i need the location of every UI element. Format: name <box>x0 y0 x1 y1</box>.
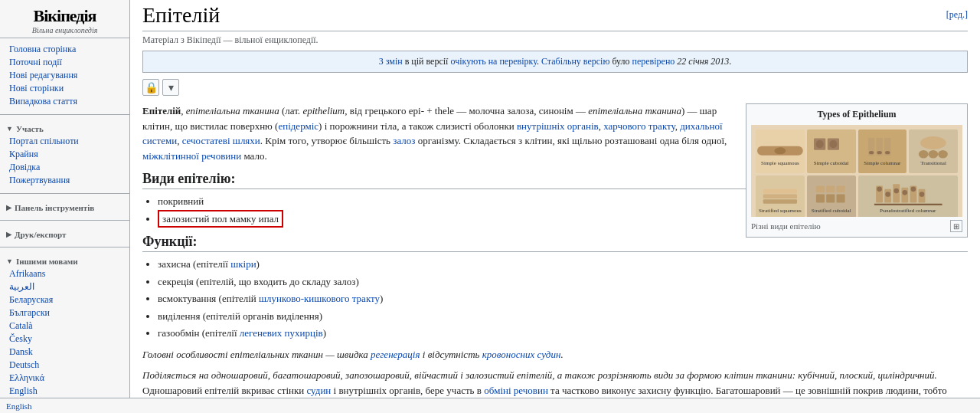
link-mizhklitynnoyi[interactable]: міжклітинної речовини <box>142 150 241 162</box>
infobox: Types of Epithelium Simple squamous <box>746 103 968 238</box>
svg-point-31 <box>877 186 882 192</box>
panel-header[interactable]: ▶ Панель інструментів <box>6 202 123 214</box>
uchast-arrow: ▼ <box>6 125 13 133</box>
uchast-section: ▼ Участь Портал спільноти Крайня Довідка… <box>0 118 129 190</box>
page-title: Епітелій <box>142 3 220 28</box>
svg-rect-19 <box>816 194 825 202</box>
infobox-title: Types of Epithelium <box>751 109 962 120</box>
infobox-expand-btn[interactable]: ⊞ <box>950 220 962 232</box>
svg-point-32 <box>885 192 890 197</box>
svg-point-36 <box>919 192 924 197</box>
lang-czech[interactable]: Česky <box>6 333 123 346</box>
infobox-caption: Різні види епітелію ⊞ <box>751 220 962 232</box>
link-lehenevykh[interactable]: легеневих пухирців <box>240 327 323 339</box>
svg-rect-17 <box>763 194 797 198</box>
lang-german[interactable]: Deutsch <box>6 359 123 372</box>
infobox-image: Simple squamous Simple cuboidal <box>751 125 962 217</box>
panel-arrow: ▶ <box>6 204 11 211</box>
sidebar-item-donate[interactable]: Пожертвування <box>6 174 123 187</box>
toolbar-lock-btn[interactable]: 🔒 <box>142 79 159 96</box>
sidebar-item-events[interactable]: Поточні події <box>6 56 123 69</box>
sidebar-item-pages[interactable]: Нові сторінки <box>6 82 123 95</box>
sidebar-item-portal[interactable]: Портал спільноти <box>6 135 123 148</box>
svg-rect-18 <box>763 189 797 194</box>
svg-rect-21 <box>836 194 844 202</box>
vydy-item-1-text: покривний <box>158 195 204 207</box>
svg-rect-23 <box>826 185 835 192</box>
lang-bulgarian[interactable]: Български <box>6 306 123 320</box>
svg-rect-20 <box>826 194 835 202</box>
uchast-header[interactable]: ▼ Участь <box>6 123 123 135</box>
link-krvonosnykh[interactable]: кровоносних судин <box>482 349 561 360</box>
warning-link2[interactable]: очікують на перевірку <box>450 56 537 67</box>
link-shkiry[interactable]: шкіри <box>230 258 256 270</box>
main-content: Епітелій [ред.] Матеріал з Вікіпедії — в… <box>130 0 980 413</box>
epi-stratified-squamous: Stratified squamous <box>756 175 805 217</box>
infobox-caption-text: Різні види епітелію <box>751 221 821 231</box>
page-header: Епітелій [ред.] <box>142 0 968 31</box>
funk-item-2: секреція (епітелій, що входить до складу… <box>158 274 968 290</box>
edit-link[interactable]: [ред.] <box>946 9 968 20</box>
lang-danish[interactable]: Dansk <box>6 346 123 359</box>
lang-catalan[interactable]: Català <box>6 320 123 333</box>
lang-arabic[interactable]: العربية <box>6 280 123 293</box>
funk-item-5: газообмін (епітелії легеневих пухирців) <box>158 326 968 341</box>
epithelium-diagram: Simple squamous Simple cuboidal <box>751 125 962 217</box>
sidebar-item-help[interactable]: Довідка <box>6 161 123 174</box>
sidebar-item-home[interactable]: Головна сторінка <box>6 43 123 56</box>
vydy-item-2-text: залозистий пол мамку ипал <box>162 213 279 225</box>
svg-point-10 <box>877 151 881 154</box>
link-zaloz[interactable]: залоз <box>393 135 415 146</box>
lang-afrikaans[interactable]: Afrikaans <box>6 267 123 280</box>
nav-section: Головна сторінка Поточні події Нові реда… <box>0 38 129 111</box>
svg-point-15 <box>938 150 948 159</box>
epi-simple-cuboidal: Simple cuboidal <box>807 129 856 173</box>
toolbar: 🔒 ▾ <box>142 79 968 96</box>
epi-transitional: Transitional <box>909 129 958 173</box>
sidebar-item-edits[interactable]: Нові редагування <box>6 69 123 82</box>
bottom-bar: English <box>0 398 980 413</box>
panel-section: ▶ Панель інструментів <box>0 197 129 217</box>
svg-point-34 <box>902 190 907 195</box>
svg-point-1 <box>774 147 786 154</box>
druk-arrow: ▶ <box>6 231 11 238</box>
warning-banner: З змін в цій версії очікують на перевірк… <box>142 51 968 73</box>
warning-link1[interactable]: З змін <box>379 56 403 67</box>
sidebar-item-krayna[interactable]: Крайня <box>6 148 123 161</box>
section-vydy-label: Види епітелію: <box>142 171 235 186</box>
section-funktsiyi-label: Функції: <box>142 234 198 249</box>
svg-point-14 <box>929 150 939 159</box>
toolbar-dropdown-btn[interactable]: ▾ <box>162 79 179 96</box>
epi-pseudostratified: Pseudostratified columnar <box>858 175 959 217</box>
epi-simple-columnar: Simple columnar <box>858 129 907 173</box>
funk-item-3: всмоктування (епітелій шлунково-кишковог… <box>158 291 968 306</box>
link-shlunkovo[interactable]: шлунково-кишкового тракту <box>259 293 380 304</box>
link-regeneratsiia[interactable]: регенерація <box>371 349 420 360</box>
svg-point-12 <box>920 136 946 149</box>
lang-label: Іншими мовами <box>16 257 78 266</box>
warning-link4[interactable]: перевірено <box>632 56 675 67</box>
warning-link3[interactable]: Стабільну версію <box>541 56 609 67</box>
lang-arrow: ▼ <box>6 257 13 265</box>
epi-stratified-cuboidal: Stratified cuboidal <box>807 175 856 217</box>
svg-rect-16 <box>763 199 797 204</box>
sidebar-item-random[interactable]: Випадкова стаття <box>6 95 123 108</box>
svg-point-5 <box>829 140 837 148</box>
link-obmini[interactable]: обміні речовин <box>484 385 548 396</box>
link-sudin[interactable]: судин <box>307 385 332 396</box>
bottom-lang-link[interactable]: English <box>6 402 32 411</box>
svg-point-9 <box>868 151 873 154</box>
svg-rect-22 <box>816 185 825 192</box>
lang-english[interactable]: English <box>6 385 123 398</box>
epi-simple-squamous: Simple squamous <box>756 129 805 173</box>
link-sechostatevi[interactable]: сечостатеві шляхи <box>182 135 260 146</box>
svg-point-35 <box>910 186 916 192</box>
link-kharchovogo[interactable]: харчового тракту <box>603 120 675 132</box>
lang-greek[interactable]: Ελληνικά <box>6 372 123 385</box>
link-epidermis[interactable]: епідерміс <box>278 120 318 132</box>
druk-header[interactable]: ▶ Друк/експорт <box>6 228 123 241</box>
lang-belarusian[interactable]: Беларуская <box>6 293 123 306</box>
lang-header[interactable]: ▼ Іншими мовами <box>6 255 123 267</box>
svg-point-4 <box>815 140 823 148</box>
link-vnutrishnikh[interactable]: внутрішніх органів <box>517 120 599 132</box>
